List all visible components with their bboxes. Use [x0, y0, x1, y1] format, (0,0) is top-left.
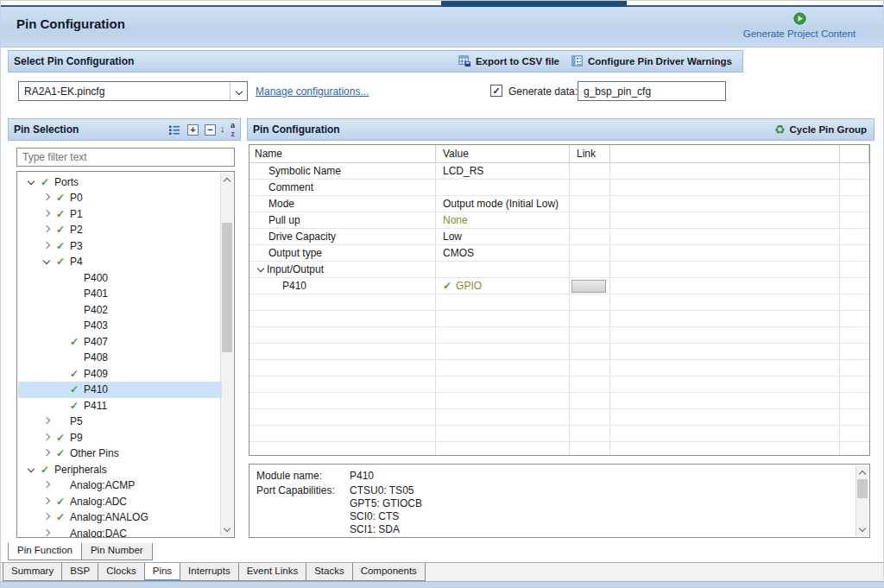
table-row-comment[interactable]: Comment — [249, 180, 869, 196]
tab-pin-function[interactable]: Pin Function — [8, 542, 82, 560]
tree-item-analog-acmp[interactable]: Analog:ACMP — [18, 477, 222, 494]
tree-item-label: Analog:ADC — [70, 496, 127, 508]
chevron-right-icon[interactable] — [41, 479, 56, 491]
tab-pin-number[interactable]: Pin Number — [82, 543, 153, 560]
chevron-right-icon[interactable] — [41, 224, 56, 236]
pin-configuration-select[interactable]: RA2A1-EK.pincfg — [18, 81, 248, 101]
property-value[interactable]: CMOS — [443, 247, 474, 259]
scroll-down-icon[interactable] — [856, 523, 868, 536]
tree-item-p402[interactable]: P402 — [18, 301, 222, 318]
scroll-up-icon[interactable] — [856, 465, 868, 478]
tree-item-p1[interactable]: ✓P1 — [18, 205, 222, 222]
scroll-down-icon[interactable] — [221, 523, 233, 536]
tree-item-p410[interactable]: ✓P410 — [18, 382, 222, 398]
scroll-up-icon[interactable] — [221, 173, 233, 186]
property-name: Drive Capacity — [268, 231, 336, 243]
tree-item-p400[interactable]: P400 — [18, 269, 222, 286]
tree-item-label: P4 — [70, 256, 83, 268]
tree-item-analog-adc[interactable]: ✓Analog:ADC — [18, 493, 222, 509]
combo-dropdown-button[interactable] — [230, 82, 247, 100]
chevron-down-icon[interactable] — [41, 256, 56, 268]
table-row-pull-up[interactable]: Pull upNone — [249, 212, 869, 229]
tab-summary[interactable]: Summary — [3, 563, 62, 581]
tab-clocks[interactable]: Clocks — [98, 563, 145, 581]
chevron-right-icon[interactable] — [41, 415, 56, 427]
tree-item-ports[interactable]: ✓Ports — [18, 174, 222, 190]
chevron-right-icon[interactable] — [41, 447, 56, 459]
chevron-down-icon[interactable] — [25, 464, 41, 476]
tree-item-p0[interactable]: ✓P0 — [18, 190, 222, 206]
chevron-right-icon[interactable] — [41, 432, 56, 444]
cycle-pin-group-button[interactable]: ♻ Cycle Pin Group — [774, 123, 874, 136]
chevron-right-icon[interactable] — [41, 208, 56, 220]
table-row-drive-capacity[interactable]: Drive CapacityLow — [249, 229, 869, 245]
tree-filter-input[interactable] — [16, 148, 235, 167]
tree-item-p403[interactable]: P403 — [18, 318, 222, 334]
tree-item-p4[interactable]: ✓P4 — [18, 254, 222, 270]
property-value[interactable]: GPIO — [456, 280, 482, 292]
table-row-output-type[interactable]: Output typeCMOS — [249, 245, 869, 262]
property-value[interactable]: None — [443, 214, 468, 226]
pin-configuration-panel-title: Pin Configuration — [248, 123, 340, 136]
table-row-symbolic-name[interactable]: Symbolic NameLCD_RS — [249, 163, 869, 180]
chevron-right-icon[interactable] — [41, 528, 56, 539]
property-value[interactable]: Low — [443, 231, 462, 243]
chevron-right-icon[interactable] — [41, 496, 56, 508]
tree-item-p3[interactable]: ✓P3 — [18, 237, 222, 254]
tab-event-links[interactable]: Event Links — [239, 563, 306, 581]
tree-item-other-pins[interactable]: ✓Other Pins — [18, 446, 222, 462]
tab-interrupts[interactable]: Interrupts — [180, 563, 239, 581]
checked-icon: ✓ — [56, 511, 70, 523]
table-row-input-output[interactable]: Input/Output — [249, 262, 869, 278]
tree-scrollbar-thumb[interactable] — [222, 223, 232, 352]
property-value[interactable]: Output mode (Initial Low) — [443, 198, 559, 210]
sort-az-icon[interactable]: ↓ a z — [222, 123, 235, 136]
tab-stacks[interactable]: Stacks — [306, 563, 353, 581]
link-arrow-button[interactable]: → — [571, 280, 606, 293]
property-value[interactable]: LCD_RS — [443, 165, 483, 177]
table-empty-row — [249, 311, 869, 327]
table-row-mode[interactable]: ModeOutput mode (Initial Low) — [249, 196, 869, 212]
tab-components[interactable]: Components — [353, 563, 426, 581]
pin-config-table: NameValueLinkSymbolic NameLCD_RSCommentM… — [249, 144, 870, 456]
module-scrollbar-thumb[interactable] — [857, 479, 868, 498]
tab-bsp[interactable]: BSP — [62, 563, 98, 581]
expand-all-icon[interactable]: + — [187, 124, 199, 136]
tree-item-label: Peripherals — [54, 464, 107, 476]
column-header-name: Name — [255, 148, 282, 160]
tree-item-analog-analog[interactable]: ✓Analog:ANALOG — [18, 509, 222, 526]
chevron-down-icon[interactable] — [25, 176, 41, 188]
chevron-right-icon[interactable] — [41, 511, 56, 523]
collapse-all-icon[interactable]: − — [205, 124, 216, 136]
tree-item-p408[interactable]: P408 — [18, 350, 222, 366]
configured-list-icon[interactable] — [168, 124, 181, 136]
tree-item-analog-dac[interactable]: Analog:DAC — [18, 525, 222, 538]
manage-configurations-link[interactable]: Manage configurations... — [256, 85, 369, 98]
tree-item-peripherals[interactable]: ✓Peripherals — [18, 461, 222, 477]
export-to-csv-button[interactable]: Export to CSV file — [455, 54, 563, 69]
chevron-right-icon[interactable] — [41, 240, 56, 252]
module-info-scrollbar[interactable] — [856, 465, 868, 536]
tree-item-p2[interactable]: ✓P2 — [18, 222, 222, 238]
tree-item-p409[interactable]: ✓P409 — [18, 365, 222, 382]
pin-driver-warnings-icon — [571, 55, 584, 67]
table-empty-row — [249, 294, 869, 311]
configure-pin-driver-warnings-button[interactable]: Configure Pin Driver Warnings — [568, 54, 736, 69]
tree-item-p9[interactable]: ✓P9 — [18, 429, 222, 446]
tree-scrollbar[interactable] — [220, 173, 233, 536]
tree-item-p407[interactable]: ✓P407 — [18, 333, 222, 350]
property-name: Input/Output — [267, 263, 324, 275]
tree-item-p5[interactable]: P5 — [18, 414, 222, 430]
chevron-right-icon[interactable] — [41, 192, 56, 204]
capability-item: GPT5: GTIOCB — [350, 497, 869, 509]
cycle-pin-group-label: Cycle Pin Group — [790, 124, 867, 135]
tree-item-p401[interactable]: P401 — [18, 286, 222, 302]
capability-item: CTSU0: TS05 — [350, 484, 869, 496]
generate-project-content-button[interactable]: Generate Project Content — [721, 12, 878, 39]
generate-data-checkbox[interactable]: ✓ — [490, 85, 502, 97]
chevron-down-icon[interactable] — [255, 263, 267, 275]
tree-item-p411[interactable]: ✓P411 — [18, 397, 222, 414]
tab-pins[interactable]: Pins — [145, 563, 180, 581]
generate-data-input[interactable] — [578, 81, 726, 101]
table-row-p410[interactable]: P410✓GPIO→ — [249, 278, 869, 294]
